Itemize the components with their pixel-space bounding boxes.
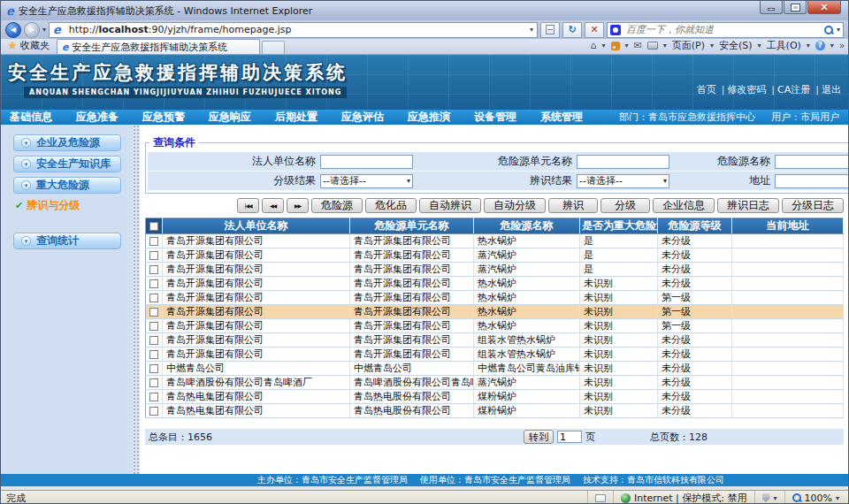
- menu-emergency-warning[interactable]: 应急预警: [142, 110, 185, 125]
- sidebar-item-safety-knowledge[interactable]: ▾ 安全生产知识库: [13, 156, 121, 172]
- row-checkbox[interactable]: [149, 265, 158, 274]
- protected-mode-pane[interactable]: ▾: [754, 491, 784, 504]
- safety-dropdown-icon[interactable]: ▾: [758, 42, 761, 50]
- table-row[interactable]: 青岛开源集团有限公司青岛开源集团有限公司热水锅炉未识别第一级: [146, 305, 844, 319]
- search-icon[interactable]: [824, 26, 833, 34]
- maximize-button[interactable]: [784, 1, 807, 14]
- menu-emergency-response[interactable]: 应急响应: [209, 110, 251, 125]
- grade-result-select[interactable]: --请选择--▾: [320, 174, 413, 188]
- menu-emergency-evaluate[interactable]: 应急评估: [341, 110, 384, 125]
- row-checkbox[interactable]: [149, 322, 158, 331]
- print-dropdown-icon[interactable]: ▾: [663, 42, 667, 50]
- row-checkbox[interactable]: [149, 350, 158, 359]
- help-dropdown-icon[interactable]: ▾: [830, 42, 834, 50]
- select-all-checkbox[interactable]: [149, 222, 158, 231]
- overflow-icon[interactable]: »: [839, 41, 845, 50]
- prev-page-button[interactable]: ◀◀: [262, 198, 284, 213]
- link-change-password[interactable]: 修改密码: [716, 83, 767, 96]
- tab-active[interactable]: e 安全生产应急救援指挥辅助决策系统: [57, 39, 260, 54]
- history-dropdown-icon[interactable]: ▾: [42, 26, 46, 34]
- hazardous-chemical-button[interactable]: 危化品: [365, 198, 417, 213]
- url-field[interactable]: e http://localhost:90/yjzh/frame/homepag…: [49, 22, 538, 38]
- auto-identify-button[interactable]: 自动辨识: [419, 198, 481, 213]
- menu-equipment-manage[interactable]: 设备管理: [474, 110, 516, 125]
- identify-log-button[interactable]: 辨识日志: [717, 198, 779, 213]
- grade-log-button[interactable]: 分级日志: [782, 198, 844, 213]
- menu-post-disposal[interactable]: 后期处置: [275, 110, 317, 125]
- sidebar-item-major-hazard[interactable]: ▾ 重大危险源: [13, 177, 121, 194]
- row-checkbox[interactable]: [149, 237, 158, 246]
- row-checkbox[interactable]: [149, 279, 158, 288]
- stop-button[interactable]: ✕: [585, 22, 604, 38]
- help-icon[interactable]: ?: [815, 41, 825, 50]
- row-checkbox[interactable]: [149, 378, 158, 387]
- legal-unit-name-input[interactable]: [320, 155, 413, 169]
- identify-result-select[interactable]: --请选择--▾: [577, 174, 669, 188]
- grade-button[interactable]: 分级: [600, 198, 650, 213]
- back-button[interactable]: ◀: [5, 22, 21, 38]
- menu-emergency-drill[interactable]: 应急推演: [408, 110, 450, 125]
- feeds-icon[interactable]: [611, 42, 620, 50]
- new-tab-button[interactable]: [262, 41, 285, 54]
- table-row[interactable]: 青岛开源集团有限公司青岛开源集团有限公司组装水管热水锅炉未识别未分级: [146, 333, 844, 347]
- table-row[interactable]: 青岛开源集团有限公司青岛开源集团有限公司组装水管热水锅炉未识别未分级: [146, 347, 844, 362]
- table-row[interactable]: 青岛开源集团有限公司青岛开源集团有限公司热水锅炉未识别第一级: [146, 319, 844, 333]
- row-checkbox[interactable]: [149, 251, 158, 260]
- table-row[interactable]: 青岛开源集团有限公司青岛开源集团有限公司热水锅炉是未分级: [146, 234, 844, 248]
- sidebar-item-enterprise-hazard[interactable]: ▾ 企业及危险源: [13, 134, 121, 151]
- url-dropdown-icon[interactable]: ▾: [530, 26, 533, 34]
- row-checkbox[interactable]: [149, 294, 158, 302]
- search-dropdown-icon[interactable]: ▾: [837, 26, 840, 34]
- menu-safety[interactable]: 安全(S): [719, 39, 753, 52]
- link-logout[interactable]: 退出: [810, 83, 841, 96]
- table-row[interactable]: 青岛热电集团有限公司青岛热电股份有限公司煤粉锅炉未识别未分级: [146, 390, 844, 404]
- next-page-button[interactable]: ▶▶: [287, 198, 309, 213]
- table-row[interactable]: 青岛啤酒股份有限公司青岛啤酒厂青岛啤酒股份有限公司青岛啤酒厂蒸汽锅炉未识别未分级: [146, 376, 844, 390]
- page-dropdown-icon[interactable]: ▾: [710, 42, 714, 50]
- read-mail-icon[interactable]: ✉: [634, 40, 642, 51]
- first-page-button[interactable]: |◀◀: [237, 198, 259, 213]
- print-icon[interactable]: [647, 42, 658, 50]
- menu-emergency-prepare[interactable]: 应急准备: [76, 110, 119, 125]
- table-row[interactable]: 青岛开源集团有限公司青岛开源集团有限公司蒸汽锅炉是未分级: [146, 248, 844, 263]
- compatibility-view-button[interactable]: [540, 22, 560, 38]
- feeds-dropdown-icon[interactable]: ▾: [625, 42, 629, 50]
- address-input[interactable]: [775, 174, 849, 188]
- link-ca-register[interactable]: CA注册: [766, 83, 810, 96]
- row-checkbox[interactable]: [149, 393, 158, 401]
- menu-basic-info[interactable]: 基础信息: [10, 110, 52, 125]
- auto-grade-button[interactable]: 自动分级: [484, 198, 546, 213]
- menu-page[interactable]: 页面(P): [672, 39, 705, 52]
- link-home[interactable]: 首页: [697, 83, 716, 96]
- menu-tools[interactable]: 工具(O): [767, 39, 801, 52]
- table-row[interactable]: 青岛开源集团有限公司青岛开源集团有限公司热水锅炉未识别第一级: [146, 291, 844, 305]
- menu-system-manage[interactable]: 系统管理: [540, 110, 583, 125]
- close-button[interactable]: ×: [807, 1, 841, 14]
- table-row[interactable]: 青岛开源集团有限公司青岛开源集团有限公司热水锅炉未识别未分级: [146, 277, 844, 291]
- identify-button[interactable]: 辨识: [548, 198, 598, 213]
- hazard-source-button[interactable]: 危险源: [311, 198, 363, 213]
- hazard-name-input[interactable]: [775, 155, 849, 169]
- tools-dropdown-icon[interactable]: ▾: [807, 42, 810, 50]
- row-checkbox[interactable]: [149, 364, 158, 373]
- table-row[interactable]: 青岛开源集团有限公司青岛开源集团有限公司蒸汽锅炉是未分级: [146, 263, 844, 277]
- table-row[interactable]: 青岛热电集团有限公司青岛热电股份有限公司煤粉锅炉未识别未分级: [146, 404, 844, 418]
- sidebar-item-identify-grade-active[interactable]: ✔ 辨识与分级: [15, 198, 140, 213]
- goto-page-button[interactable]: 转到: [524, 430, 554, 444]
- sidebar-splitter[interactable]: [133, 125, 140, 474]
- refresh-button[interactable]: ↻: [562, 22, 582, 38]
- forward-button[interactable]: ▶: [24, 22, 40, 38]
- home-dropdown-icon[interactable]: ▾: [602, 42, 606, 50]
- table-row[interactable]: 中燃青岛公司中燃青岛公司中燃青岛公司黄岛油库锅炉未识别未分级: [146, 362, 844, 376]
- hazard-unit-name-input[interactable]: [577, 155, 669, 169]
- minimize-button[interactable]: [760, 1, 783, 14]
- row-checkbox[interactable]: [149, 407, 158, 416]
- home-icon[interactable]: ⌂: [591, 40, 597, 51]
- sidebar-item-query-statistics[interactable]: ▾ 查询统计: [13, 233, 121, 249]
- favorites-button[interactable]: ★ 收藏夹: [4, 39, 57, 54]
- row-checkbox[interactable]: [149, 336, 158, 345]
- row-checkbox[interactable]: [149, 308, 158, 317]
- page-number-input[interactable]: [557, 431, 582, 443]
- search-input[interactable]: [624, 23, 821, 36]
- zoom-pane[interactable]: 100% ▾: [784, 491, 848, 504]
